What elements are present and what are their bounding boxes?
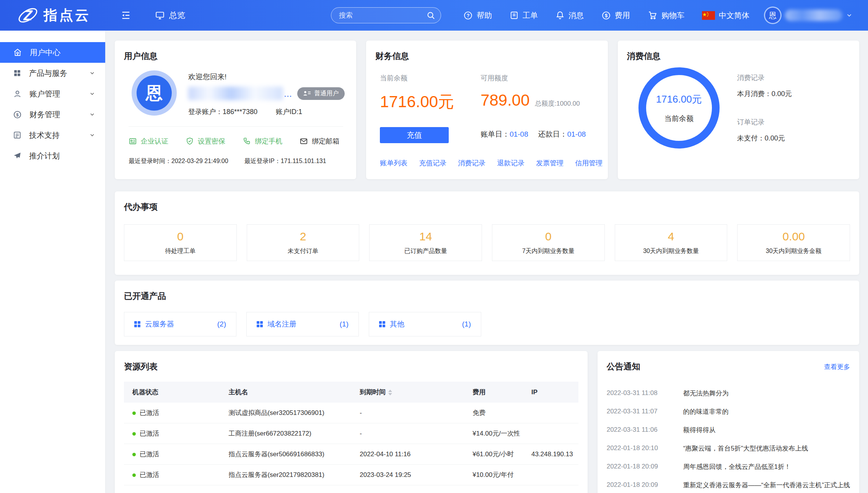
person-icon xyxy=(13,90,22,98)
list-item[interactable]: 2022-01-18 20:10 “惠聚云端，首台5折”大型优惠活动发布上线 xyxy=(607,439,850,457)
credit-total: 总额度:1000.00 xyxy=(535,99,580,108)
col-status: 机器状态 xyxy=(124,382,223,403)
sidebar-item-user-center[interactable]: 用户中心 xyxy=(0,42,105,63)
recharge-button[interactable]: 充值 xyxy=(380,127,449,143)
list-item[interactable]: 2022-03-31 11:08 都无法热舞分为 xyxy=(607,384,850,402)
link-bill-list[interactable]: 账单列表 xyxy=(380,158,407,168)
ring-label: 当前余额 xyxy=(664,114,694,124)
table-row: 已激活 工商注册(ser667203822172) - ¥14.00元/一次性 xyxy=(124,423,578,444)
user-menu[interactable]: 恩 xyxy=(764,7,853,24)
document-icon xyxy=(13,131,21,139)
monitor-icon xyxy=(155,10,165,20)
list-item[interactable]: 2022-01-18 20:09 重新定义香港云服务器——“全新一代香港云主机”… xyxy=(607,476,850,493)
resource-list-card: 资源列表 机器状态 主机名 到期时间 费用 IP xyxy=(115,351,588,493)
sidebar-item-finance[interactable]: $ 财务管理 xyxy=(0,104,105,125)
col-ip: IP xyxy=(526,382,578,403)
card-title: 公告通知 xyxy=(607,361,640,372)
logo-icon: Z xyxy=(17,4,39,26)
shield-check-icon xyxy=(186,137,194,145)
chevron-down-icon xyxy=(846,12,853,19)
table-row: 已激活 指点云服务器(ser506691686833) 2022-04-10 1… xyxy=(124,444,578,465)
list-item[interactable]: 2022-03-31 11:06 额得得得从 xyxy=(607,421,850,439)
product-domain[interactable]: 域名注册 (1) xyxy=(246,312,359,336)
ticket-icon xyxy=(510,11,519,20)
menu-help[interactable]: ? 帮助 xyxy=(463,10,492,21)
username-suffix: ... xyxy=(284,88,292,99)
link-recharge-records[interactable]: 充值记录 xyxy=(419,158,446,168)
sidebar-item-support[interactable]: 技术支持 xyxy=(0,125,105,145)
menu-message[interactable]: 消息 xyxy=(555,10,584,21)
chevron-down-icon xyxy=(89,70,95,76)
product-cloud-server[interactable]: 云服务器 (2) xyxy=(124,312,236,336)
verify-enterprise[interactable]: 企业认证 xyxy=(129,137,168,146)
account-id: 账户ID:1 xyxy=(276,107,302,116)
repay-day: 还款日：01-08 xyxy=(538,129,586,139)
chevron-down-icon xyxy=(89,132,95,138)
sidebar-item-products[interactable]: 产品与服务 xyxy=(0,63,105,83)
list-item[interactable]: 2022-03-31 11:07 的的味道非常的 xyxy=(607,402,850,421)
menu-ticket[interactable]: 工单 xyxy=(510,10,538,21)
view-more-link[interactable]: 查看更多 xyxy=(824,362,850,371)
search-icon[interactable] xyxy=(426,11,435,20)
product-other[interactable]: 其他 (1) xyxy=(369,312,481,336)
logo-text: 指点云 xyxy=(44,6,91,25)
balance-value: 1716.00元 xyxy=(380,91,480,113)
sidebar-collapse-icon[interactable] xyxy=(121,10,131,21)
sidebar: 用户中心 产品与服务 账户管理 xyxy=(0,31,105,493)
verify-security[interactable]: 设置密保 xyxy=(186,137,225,146)
menu-fee[interactable]: $ 费用 xyxy=(601,10,630,21)
todo-pending-tickets[interactable]: 0 待处理工单 xyxy=(124,224,237,261)
link-invoice-management[interactable]: 发票管理 xyxy=(536,158,563,168)
chevron-down-icon xyxy=(89,111,95,118)
bill-day: 账单日：01-08 xyxy=(480,129,528,139)
paper-plane-icon xyxy=(13,152,21,160)
todo-card: 代办事项 0 待处理工单 2 未支付订单 14 已订购产品数量 0 7天内到期业… xyxy=(115,191,859,275)
sort-icon[interactable] xyxy=(388,390,392,395)
chevron-down-icon xyxy=(89,91,95,97)
card-title: 消费信息 xyxy=(627,51,850,62)
grid-icon xyxy=(379,321,385,327)
badge-person-icon xyxy=(303,91,311,96)
grid-icon xyxy=(257,321,263,327)
status-dot-icon xyxy=(132,453,136,456)
list-item[interactable]: 2022-01-18 20:09 周年感恩回馈，全线云产品低至1折！ xyxy=(607,457,850,476)
svg-text:$: $ xyxy=(16,112,19,117)
nav-overview[interactable]: 总览 xyxy=(155,10,185,21)
menu-language[interactable]: 中文简体 xyxy=(702,10,749,21)
todo-unpaid-orders[interactable]: 2 未支付订单 xyxy=(247,224,360,261)
cart-icon xyxy=(648,10,658,20)
todo-expire-7days[interactable]: 0 7天内到期业务数量 xyxy=(492,224,605,261)
activated-products-card: 已开通产品 云服务器 (2) xyxy=(115,281,859,345)
sidebar-item-account[interactable]: 账户管理 xyxy=(0,83,105,104)
svg-text:Z: Z xyxy=(23,7,33,23)
link-credit-management[interactable]: 信用管理 xyxy=(575,158,603,168)
username-redacted xyxy=(188,87,283,100)
table-row: 已激活 测试虚拟商品(ser320517306901) - 免费 xyxy=(124,403,578,423)
sidebar-item-referral[interactable]: 推介计划 xyxy=(0,145,105,166)
search-input[interactable] xyxy=(339,11,426,20)
app-logo[interactable]: Z 指点云 xyxy=(17,4,91,26)
last-login-ip: 最近登录IP：171.115.101.131 xyxy=(244,157,326,165)
balance-label: 当前余额 xyxy=(380,73,480,83)
envelope-icon xyxy=(300,137,308,145)
link-consume-records[interactable]: 消费记录 xyxy=(458,158,485,168)
announcement-list: 2022-03-31 11:08 都无法热舞分为 2022-03-31 11:0… xyxy=(607,384,850,493)
last-login-time: 最近登录时间：2022-03-29 21:49:00 xyxy=(129,157,228,165)
consume-records-label: 消费记录 xyxy=(737,73,792,82)
todo-ordered-products[interactable]: 14 已订购产品数量 xyxy=(369,224,482,261)
avatar: 恩 xyxy=(132,70,177,116)
verify-phone[interactable]: 绑定手机 xyxy=(243,137,282,146)
col-fee: 费用 xyxy=(467,382,526,403)
verify-email[interactable]: 绑定邮箱 xyxy=(300,137,339,146)
username-redacted xyxy=(785,10,842,21)
grid-icon xyxy=(134,321,140,327)
bell-icon xyxy=(555,11,565,20)
todo-expire-30days[interactable]: 4 30天内到期业务数量 xyxy=(615,224,728,261)
table-row: 已激活 指点云服务器(ser202179820381) 2023-03-24 1… xyxy=(124,465,578,485)
card-title: 代办事项 xyxy=(124,201,850,213)
menu-cart[interactable]: 购物车 xyxy=(648,10,684,21)
dollar-icon: $ xyxy=(601,11,611,20)
phone-icon xyxy=(243,137,251,145)
todo-expire-30days-amount[interactable]: 0.00 30天内到期业务金额 xyxy=(737,224,850,261)
link-refund-records[interactable]: 退款记录 xyxy=(497,158,524,168)
